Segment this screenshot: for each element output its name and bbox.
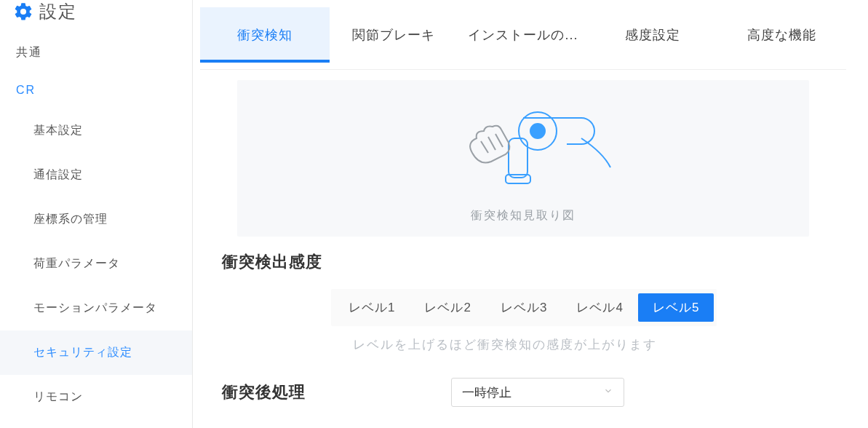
tab-install[interactable]: インストールの...: [458, 7, 588, 63]
main: 衝突検知 関節ブレーキ インストールの... 感度設定 高度な機能: [193, 0, 868, 428]
svg-rect-3: [506, 175, 530, 183]
sidebar-nav: 基本設定 通信設定 座標系の管理 荷重パラメータ モーションパラメータ セキュリ…: [0, 108, 192, 419]
tabs: 衝突検知 関節ブレーキ インストールの... 感度設定 高度な機能: [200, 0, 846, 70]
select-value: 一時停止: [462, 384, 511, 401]
collision-diagram: 衝突検知見取り図: [237, 80, 809, 237]
sensitivity-section: 衝突検出感度 レベル1 レベル2 レベル3 レベル4 レベル5 レベルを上げるほ…: [222, 251, 846, 353]
sensitivity-hint: レベルを上げるほど衝突検知の感度が上がります: [353, 336, 846, 353]
sidebar: 設定 共通 CR 基本設定 通信設定 座標系の管理 荷重パラメータ モーションパ…: [0, 0, 193, 428]
sidebar-item-coord[interactable]: 座標系の管理: [0, 197, 192, 242]
tab-sensitivity[interactable]: 感度設定: [588, 7, 717, 63]
tab-advanced[interactable]: 高度な機能: [717, 7, 846, 63]
tab-brake[interactable]: 関節ブレーキ: [330, 7, 459, 63]
gear-icon: [13, 1, 33, 22]
level-selector: レベル1 レベル2 レベル3 レベル4 レベル5: [331, 289, 717, 326]
post-collision-title: 衝突後処理: [222, 381, 306, 403]
level-5[interactable]: レベル5: [638, 293, 714, 322]
sidebar-title: 設定: [39, 0, 77, 23]
post-collision-row: 衝突後処理 一時停止: [222, 378, 846, 407]
level-1[interactable]: レベル1: [334, 293, 410, 322]
sidebar-item-basic[interactable]: 基本設定: [0, 108, 192, 153]
sidebar-item-security[interactable]: セキュリティ設定: [0, 330, 192, 375]
level-4[interactable]: レベル4: [562, 293, 637, 322]
chevron-down-icon: [603, 385, 613, 400]
post-collision-select[interactable]: 一時停止: [451, 378, 624, 407]
sidebar-item-load[interactable]: 荷重パラメータ: [0, 242, 192, 286]
sidebar-header: 設定: [0, 0, 192, 33]
svg-point-1: [530, 124, 545, 138]
sidebar-item-motion[interactable]: モーションパラメータ: [0, 286, 192, 330]
sidebar-category-common[interactable]: 共通: [0, 33, 192, 72]
sidebar-item-remote[interactable]: リモコン: [0, 375, 192, 419]
robot-arm-illustration: [429, 87, 618, 204]
sidebar-item-comm[interactable]: 通信設定: [0, 153, 192, 197]
diagram-caption: 衝突検知見取り図: [471, 208, 576, 223]
sensitivity-title: 衝突検出感度: [222, 251, 846, 273]
level-2[interactable]: レベル2: [410, 293, 485, 322]
sidebar-category-cr[interactable]: CR: [0, 72, 192, 108]
level-3[interactable]: レベル3: [486, 293, 562, 322]
tab-collision[interactable]: 衝突検知: [200, 7, 330, 63]
